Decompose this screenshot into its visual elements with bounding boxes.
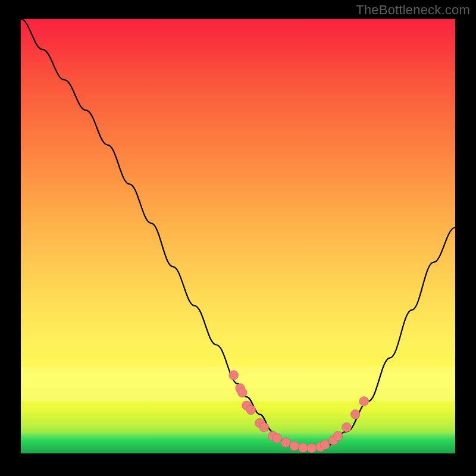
data-point	[281, 438, 290, 447]
data-point	[320, 440, 330, 449]
data-point	[350, 409, 360, 419]
chart-frame: TheBottleneck.com	[0, 0, 476, 476]
data-point	[359, 396, 369, 406]
data-point	[299, 443, 308, 453]
watermark-text: TheBottleneck.com	[356, 2, 470, 18]
plot-area	[21, 19, 455, 453]
data-point	[342, 422, 352, 432]
data-point	[229, 371, 239, 380]
data-points	[229, 371, 369, 453]
data-point	[246, 405, 256, 415]
data-point	[237, 388, 247, 397]
data-point	[333, 431, 343, 441]
data-point	[273, 434, 282, 443]
chart-svg	[21, 19, 455, 453]
data-point	[307, 443, 317, 453]
data-point	[259, 422, 269, 432]
data-point	[290, 441, 299, 451]
